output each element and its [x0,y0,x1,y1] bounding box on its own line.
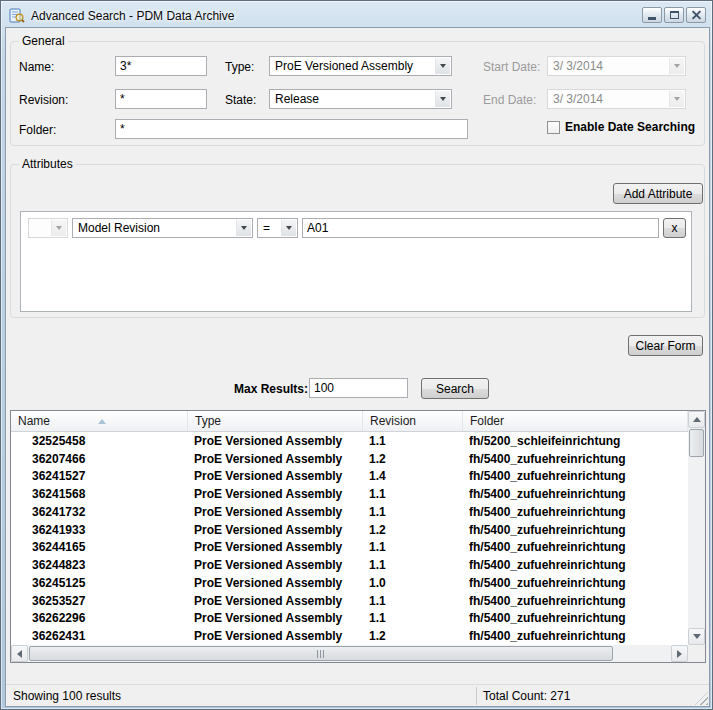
status-total-count: Total Count: 271 [483,689,570,703]
column-header-folder[interactable]: Folder [463,411,688,431]
vertical-scrollbar[interactable] [688,411,705,645]
table-row[interactable]: 36253527ProE Versioned Assembly1.1fh/540… [11,592,688,610]
table-row[interactable]: 36245125ProE Versioned Assembly1.0fh/540… [11,574,688,592]
table-cell: fh/5200_schleifeinrichtung [463,434,688,448]
scroll-up-button[interactable] [688,411,705,428]
column-header-name-label: Name [18,414,50,428]
name-input[interactable] [115,56,207,76]
table-cell: 36244823 [11,558,188,572]
table-row[interactable]: 36262431ProE Versioned Assembly1.2fh/540… [11,627,688,645]
maximize-button[interactable] [664,7,684,23]
horizontal-scrollbar[interactable] [11,645,688,662]
resize-grip[interactable] [695,692,708,705]
search-button[interactable]: Search [421,378,489,399]
attribute-value-input[interactable] [302,218,659,238]
name-label: Name: [19,60,54,74]
revision-input[interactable] [115,89,207,109]
state-label: State: [225,93,256,107]
advanced-search-window: Advanced Search - PDM Data Archive Gener… [0,0,713,710]
attribute-logic-dropdown-button[interactable] [51,220,66,236]
table-cell: 36262296 [11,611,188,625]
checkbox-box-icon [547,121,560,134]
table-cell: 1.4 [363,469,463,483]
table-row[interactable]: 36244823ProE Versioned Assembly1.1fh/540… [11,556,688,574]
scroll-left-button[interactable] [11,645,28,662]
max-results-input[interactable] [309,378,408,398]
table-cell: ProE Versioned Assembly [188,558,363,572]
close-button[interactable] [686,7,706,23]
table-cell: 32525458 [11,434,188,448]
results-grid: Name Type Revision Folder 32525458ProE V… [11,411,688,645]
table-cell: ProE Versioned Assembly [188,540,363,554]
table-header-row: Name Type Revision Folder [11,411,688,432]
table-cell: 1.1 [363,434,463,448]
vertical-scrollbar-thumb[interactable] [689,429,704,457]
max-results-label: Max Results: [228,382,308,396]
type-dropdown-button[interactable] [435,58,450,74]
table-cell: 36244165 [11,540,188,554]
column-header-name[interactable]: Name [11,411,188,431]
state-select[interactable]: Release [269,89,452,109]
attributes-legend: Attributes [19,157,76,171]
type-select-value: ProE Versioned Assembly [270,57,434,75]
table-cell: ProE Versioned Assembly [188,611,363,625]
remove-attribute-button[interactable]: x [663,218,686,238]
attribute-operator-select[interactable]: = [257,218,298,238]
titlebar[interactable]: Advanced Search - PDM Data Archive [1,1,712,27]
table-cell: 36241732 [11,505,188,519]
window-title: Advanced Search - PDM Data Archive [31,9,642,23]
add-attribute-button[interactable]: Add Attribute [613,183,703,204]
maximize-icon [670,11,679,19]
table-cell: ProE Versioned Assembly [188,505,363,519]
scroll-down-button[interactable] [688,628,705,645]
attribute-logic-select[interactable] [28,218,68,238]
attribute-name-dropdown-button[interactable] [236,220,251,236]
attribute-logic-value [29,219,50,237]
table-row[interactable]: 36262296ProE Versioned Assembly1.1fh/540… [11,610,688,628]
enable-date-searching-label: Enable Date Searching [565,120,695,134]
horizontal-scrollbar-thumb[interactable] [29,646,613,661]
table-row[interactable]: 36241732ProE Versioned Assembly1.1fh/540… [11,503,688,521]
table-cell: 1.1 [363,540,463,554]
arrow-down-icon [693,634,701,639]
type-select[interactable]: ProE Versioned Assembly [269,56,452,76]
table-row[interactable]: 36244165ProE Versioned Assembly1.1fh/540… [11,539,688,557]
table-row[interactable]: 36241527ProE Versioned Assembly1.4fh/540… [11,468,688,486]
results-table: Name Type Revision Folder 32525458ProE V… [10,410,706,663]
state-dropdown-button[interactable] [435,91,450,107]
attribute-name-select[interactable]: Model Revision [72,218,253,238]
end-date-dropdown-button [669,91,684,107]
folder-label: Folder: [19,123,56,137]
table-row[interactable]: 36241933ProE Versioned Assembly1.2fh/540… [11,521,688,539]
minimize-button[interactable] [642,7,662,23]
attribute-operator-dropdown-button[interactable] [281,220,296,236]
end-date-value: 3/ 3/2014 [548,90,668,108]
table-row[interactable]: 36241568ProE Versioned Assembly1.1fh/540… [11,485,688,503]
table-cell: 36207466 [11,452,188,466]
chevron-down-icon [56,226,62,230]
table-cell: fh/5400_zufuehreinrichtung [463,576,688,590]
table-row[interactable]: 32525458ProE Versioned Assembly1.1fh/520… [11,432,688,450]
chevron-down-icon [286,226,292,230]
scroll-right-button[interactable] [671,645,688,662]
type-label: Type: [225,60,254,74]
minimize-icon [648,17,656,20]
table-cell: 1.2 [363,523,463,537]
column-header-type[interactable]: Type [188,411,363,431]
table-cell: ProE Versioned Assembly [188,452,363,466]
attribute-name-value: Model Revision [73,219,235,237]
folder-input[interactable] [115,119,468,139]
table-cell: 1.0 [363,576,463,590]
table-cell: ProE Versioned Assembly [188,469,363,483]
end-date-label: End Date: [483,93,536,107]
table-row[interactable]: 36207466ProE Versioned Assembly1.2fh/540… [11,450,688,468]
table-cell: 36241568 [11,487,188,501]
enable-date-searching-checkbox[interactable]: Enable Date Searching [547,120,695,134]
table-cell: ProE Versioned Assembly [188,523,363,537]
chevron-down-icon [241,226,247,230]
table-cell: ProE Versioned Assembly [188,576,363,590]
scrollbar-grip-icon [317,650,325,658]
column-header-revision[interactable]: Revision [363,411,463,431]
table-cell: fh/5400_zufuehreinrichtung [463,594,688,608]
clear-form-button[interactable]: Clear Form [628,335,703,356]
